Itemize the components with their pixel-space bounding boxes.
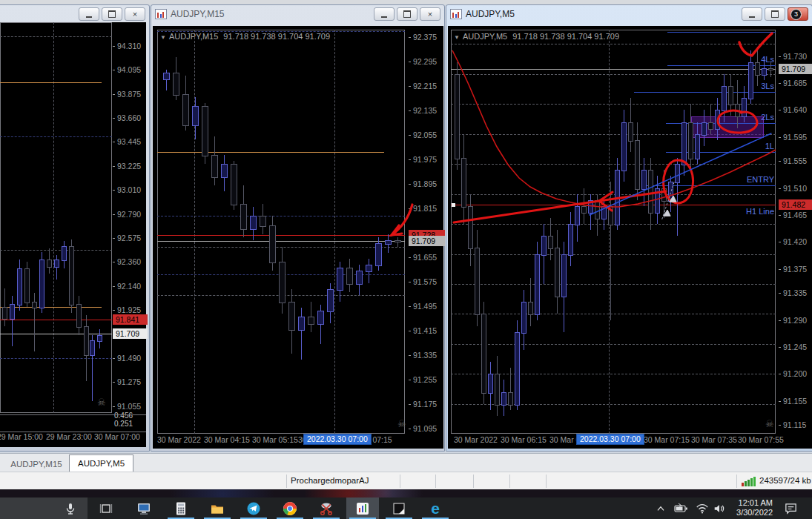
price-tick: 92.375	[413, 33, 437, 42]
price-tick: 93.010	[117, 185, 141, 194]
price-tick: 94.095	[117, 65, 141, 74]
chevron-down-icon[interactable]: ▼	[160, 34, 166, 41]
price-tick-mark	[409, 282, 411, 282]
price-tick-mark	[113, 406, 115, 407]
tray-wifi[interactable]	[694, 497, 710, 519]
minimize-icon	[381, 16, 387, 18]
tray-battery[interactable]	[672, 497, 691, 519]
window-titlebar[interactable]: ×	[0, 5, 149, 23]
chevron-down-icon[interactable]: ▼	[454, 34, 460, 41]
minimize-button[interactable]	[374, 7, 395, 21]
task-view-button[interactable]	[90, 497, 122, 519]
price-tick: 93.875	[117, 90, 141, 99]
close-button[interactable]: ×	[420, 7, 440, 21]
chart-tabs-row: AUDJPY,M15 AUDJPY,M5	[0, 453, 812, 472]
microphone-icon	[63, 501, 78, 516]
candle-body	[10, 304, 15, 320]
snipping-tool-icon	[319, 501, 334, 516]
chart-plot[interactable]	[0, 22, 112, 413]
price-tick: 91.685	[783, 79, 807, 87]
grid-vline	[53, 22, 54, 413]
level-label: 3Ls	[722, 82, 774, 90]
price-tick: 92.295	[413, 57, 437, 66]
price-tick-mark	[113, 262, 115, 262]
drawn-annotation	[670, 196, 676, 202]
window-titlebar[interactable]: AUDJPY,M15 ×	[151, 5, 444, 23]
price-tick-mark	[113, 358, 115, 359]
subwindow-separator	[0, 414, 146, 432]
minimize-button[interactable]	[742, 7, 762, 21]
tray-volume[interactable]	[710, 497, 728, 519]
maximize-button[interactable]	[397, 7, 417, 21]
close-button[interactable]: ×	[125, 7, 145, 21]
price-tick-mark	[113, 118, 115, 119]
price-tick: 93.660	[117, 113, 141, 122]
date-tooltip: 2022.03.30 07:00	[303, 434, 372, 445]
battery-icon	[673, 501, 690, 516]
status-bar: ProchargedmoparAJ 243597/24 kb	[0, 472, 812, 490]
price-tick: 92.790	[117, 210, 141, 219]
drawn-annotation	[739, 33, 772, 56]
price-tick-mark	[779, 188, 781, 189]
maximize-icon	[403, 10, 411, 18]
price-tick: 91.200	[783, 369, 807, 378]
candle-body	[2, 307, 7, 320]
tray-clock[interactable]: 12:01 AM 3/30/2022	[730, 498, 773, 518]
video-app-button[interactable]	[383, 497, 415, 519]
tray-chevron-button[interactable]	[653, 497, 668, 519]
maximize-button[interactable]	[765, 7, 785, 21]
chart-header: ▼AUDJPY,M1591.718 91.738 91.704 91.709	[160, 32, 330, 41]
candle-body	[39, 260, 44, 308]
time-label: 29 Mar 15:00	[0, 432, 43, 441]
price-tick-mark	[409, 331, 411, 331]
chart-canvas-left[interactable]: 0.456 0.251 94.31094.09593.87593.66093.4…	[0, 22, 146, 447]
maximize-button[interactable]	[102, 7, 122, 21]
tab-audjpy-m15[interactable]: AUDJPY,M15	[4, 456, 68, 472]
level-label: H1 Line	[722, 207, 774, 216]
window-titlebar[interactable]: AUDJPY,M5 ×	[446, 5, 812, 23]
price-tick-mark	[113, 286, 115, 287]
price-tick-mark	[409, 404, 411, 405]
price-tick: 91.245	[783, 343, 807, 351]
price-tag: 91.709	[113, 328, 148, 339]
chrome-button[interactable]	[274, 497, 306, 519]
task-view-icon	[99, 501, 113, 516]
snipping-tool-button[interactable]	[310, 497, 343, 519]
telegram-button[interactable]	[237, 497, 270, 519]
action-center-button[interactable]	[777, 497, 804, 519]
price-tick: 91.490	[117, 354, 141, 363]
price-tick: 91.255	[413, 375, 437, 384]
price-tick: 91.730	[783, 52, 807, 61]
chart-canvas-m5[interactable]: ▼AUDJPY,M591.718 91.738 91.704 91.709 4L…	[448, 26, 812, 449]
price-tick-mark	[779, 215, 781, 216]
telegram-icon	[246, 501, 261, 516]
hline-red	[0, 320, 112, 320]
price-tick: 94.310	[117, 42, 141, 50]
price-tick-mark	[409, 257, 411, 258]
price-tick-mark	[409, 62, 411, 62]
price-tick-mark	[409, 380, 411, 380]
price-tick-mark	[409, 159, 411, 160]
candle-body	[84, 326, 89, 357]
time-label: r 07:15	[368, 435, 392, 444]
price-tick-mark	[113, 310, 115, 311]
price-tick: 91.555	[783, 156, 807, 165]
microphone-button[interactable]	[54, 497, 87, 519]
chart-canvas-m15[interactable]: ▼AUDJPY,M1591.718 91.738 91.704 91.709 9…	[153, 26, 443, 449]
metatrader-button[interactable]	[346, 497, 379, 519]
candle-body	[69, 246, 74, 305]
price-tick: 91.925	[117, 305, 141, 314]
candle-body	[17, 268, 22, 305]
chart-doc-icon	[155, 9, 167, 19]
calculator-button[interactable]	[165, 497, 197, 519]
minimize-button[interactable]	[79, 7, 99, 21]
price-tick: 91.975	[413, 155, 437, 164]
time-label: 30 Mar 05:15	[252, 435, 298, 444]
remote-desktop-button[interactable]	[128, 497, 160, 519]
price-tick-mark	[409, 355, 411, 356]
tab-audjpy-m5[interactable]: AUDJPY,M5	[69, 454, 133, 472]
price-tick-mark	[409, 429, 411, 429]
edge-button[interactable]: e	[419, 497, 452, 519]
file-explorer-button[interactable]	[201, 497, 234, 519]
drawn-annotation	[454, 201, 599, 222]
